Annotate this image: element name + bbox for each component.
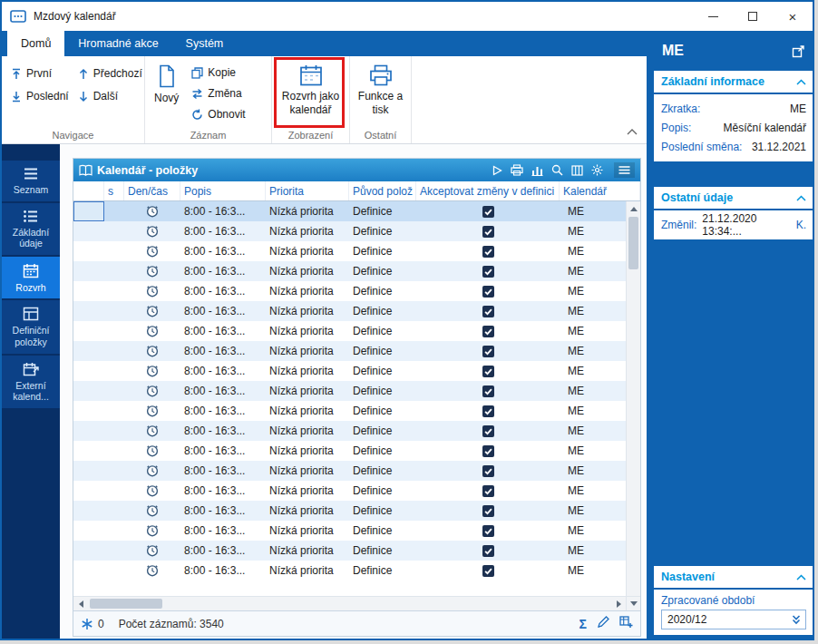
last-button[interactable]: Poslední <box>7 89 73 103</box>
table-row[interactable]: 8:00 - 16:3... Nízká priorita Definice M… <box>73 421 626 441</box>
column-header-s[interactable]: s <box>104 181 124 200</box>
row-selector-cell[interactable] <box>73 421 104 441</box>
checkbox-checked[interactable] <box>482 226 494 238</box>
sidebar-item-rozvrh[interactable]: Rozvrh <box>2 257 60 299</box>
panel-menu-button[interactable] <box>614 162 635 178</box>
search-button[interactable] <box>551 164 563 176</box>
combo-dropdown-button[interactable] <box>787 610 805 629</box>
checkbox-checked[interactable] <box>482 505 494 517</box>
table-row[interactable]: 8:00 - 16:3... Nízká priorita Definice M… <box>73 221 626 241</box>
checkbox-checked[interactable] <box>482 326 494 337</box>
checkbox-checked[interactable] <box>482 246 494 258</box>
minimize-button[interactable] <box>693 2 733 31</box>
copy-button[interactable]: Kopie <box>188 65 248 80</box>
table-row[interactable]: 8:00 - 16:3... Nízká priorita Definice M… <box>73 241 626 261</box>
column-header-den-cas[interactable]: Den/čas <box>124 181 180 200</box>
section-header-nastaveni[interactable]: Nastavení <box>654 566 813 588</box>
column-header-selector[interactable] <box>73 181 104 200</box>
tab-hromadne-akce[interactable]: Hromadné akce <box>64 31 171 56</box>
row-selector-cell[interactable] <box>73 561 104 581</box>
column-header-puvod[interactable]: Původ polož <box>349 181 416 200</box>
sidebar-item-externi-kalendar[interactable]: Externí kalend... <box>2 356 60 408</box>
checkbox-checked[interactable] <box>482 346 494 357</box>
table-row[interactable]: 8:00 - 16:3... Nízká priorita Definice M… <box>73 201 626 221</box>
settings-button[interactable] <box>591 164 603 176</box>
row-selector-cell[interactable] <box>73 541 104 561</box>
checkbox-checked[interactable] <box>482 266 494 278</box>
funkce-a-tisk-button[interactable]: Funkce a tisk <box>350 60 411 117</box>
row-selector-cell[interactable] <box>73 401 104 421</box>
row-selector-cell[interactable] <box>73 481 104 501</box>
row-selector-cell[interactable] <box>73 521 104 541</box>
table-row[interactable]: 8:00 - 16:3... Nízká priorita Definice M… <box>73 501 626 521</box>
row-selector-cell[interactable] <box>73 321 104 341</box>
popout-button[interactable] <box>792 44 805 62</box>
edit-button[interactable] <box>597 616 609 631</box>
horizontal-scroll-thumb[interactable] <box>90 599 162 609</box>
row-selector-cell[interactable] <box>73 501 104 521</box>
horizontal-scroll-track[interactable] <box>88 597 611 610</box>
scroll-up-button[interactable] <box>627 201 640 216</box>
rozvrh-jako-kalendar-button[interactable]: Rozvrh jako kalendář <box>272 60 349 117</box>
maximize-button[interactable] <box>733 2 773 31</box>
tab-system[interactable]: Systém <box>172 31 238 56</box>
section-header-ostatni-udaje[interactable]: Ostatní údaje <box>654 187 813 209</box>
tab-domu[interactable]: Domů <box>7 31 64 56</box>
table-row[interactable]: 8:00 - 16:3... Nízká priorita Definice M… <box>73 481 626 501</box>
checkbox-checked[interactable] <box>482 405 494 417</box>
checkbox-checked[interactable] <box>482 525 494 537</box>
next-button[interactable]: Další <box>74 89 146 103</box>
table-row[interactable]: 8:00 - 16:3... Nízká priorita Definice M… <box>73 521 626 541</box>
sidebar-item-zakladni-udaje[interactable]: Základní údaje <box>2 203 60 255</box>
checkbox-checked[interactable] <box>482 565 494 577</box>
checkbox-checked[interactable] <box>482 545 494 557</box>
vertical-scroll-thumb[interactable] <box>628 217 638 269</box>
sidebar-item-seznam[interactable]: Seznam <box>2 161 60 201</box>
checkbox-checked[interactable] <box>482 445 494 457</box>
column-header-popis[interactable]: Popis <box>180 181 266 200</box>
section-header-zakladni-informace[interactable]: Základní informace <box>654 71 813 93</box>
change-button[interactable]: Změna <box>188 86 248 101</box>
table-row[interactable]: 8:00 - 16:3... Nízká priorita Definice M… <box>73 261 626 281</box>
table-row[interactable]: 8:00 - 16:3... Nízká priorita Definice M… <box>73 361 626 381</box>
row-selector-cell[interactable] <box>73 221 104 241</box>
table-row[interactable]: 8:00 - 16:3... Nízká priorita Definice M… <box>73 381 626 401</box>
ribbon-collapse-button[interactable] <box>627 122 638 139</box>
table-row[interactable]: 8:00 - 16:3... Nízká priorita Definice M… <box>73 281 626 301</box>
row-selector-cell[interactable] <box>73 281 104 301</box>
close-button[interactable]: × <box>773 2 813 31</box>
row-selector-cell[interactable] <box>73 301 104 321</box>
add-view-button[interactable] <box>619 616 633 631</box>
field-extra[interactable]: K. <box>796 219 806 231</box>
row-selector-cell[interactable] <box>73 361 104 381</box>
checkbox-checked[interactable] <box>482 485 494 497</box>
chart-button[interactable] <box>531 165 543 176</box>
table-row[interactable]: 8:00 - 16:3... Nízká priorita Definice M… <box>73 541 626 561</box>
table-row[interactable]: 8:00 - 16:3... Nízká priorita Definice M… <box>73 321 626 341</box>
scroll-left-button[interactable] <box>73 597 88 610</box>
column-header-priorita[interactable]: Priorita <box>266 181 349 200</box>
checkbox-checked[interactable] <box>482 385 494 397</box>
checkbox-checked[interactable] <box>482 465 494 477</box>
refresh-button[interactable]: Obnovit <box>188 107 248 122</box>
row-selector-cell[interactable] <box>73 241 104 261</box>
row-selector-cell[interactable] <box>73 381 104 401</box>
table-row[interactable]: 8:00 - 16:3... Nízká priorita Definice M… <box>73 301 626 321</box>
columns-button[interactable] <box>571 165 583 176</box>
table-row[interactable]: 8:00 - 16:3... Nízká priorita Definice M… <box>73 441 626 461</box>
table-row[interactable]: 8:00 - 16:3... Nízká priorita Definice M… <box>73 561 626 581</box>
row-selector-cell[interactable] <box>73 201 104 221</box>
previous-button[interactable]: Předchozí <box>74 66 146 81</box>
run-button[interactable] <box>492 165 502 176</box>
table-row[interactable]: 8:00 - 16:3... Nízká priorita Definice M… <box>73 461 626 481</box>
first-button[interactable]: První <box>7 66 73 81</box>
checkbox-checked[interactable] <box>482 306 494 317</box>
print-button[interactable] <box>511 164 523 176</box>
row-selector-cell[interactable] <box>73 461 104 481</box>
column-header-kalendar[interactable]: Kalendář <box>560 181 640 200</box>
scroll-right-button[interactable] <box>611 597 626 610</box>
table-row[interactable]: 8:00 - 16:3... Nízká priorita Definice M… <box>73 401 626 421</box>
checkbox-checked[interactable] <box>482 366 494 377</box>
checkbox-checked[interactable] <box>482 286 494 298</box>
horizontal-scrollbar[interactable] <box>73 596 640 610</box>
